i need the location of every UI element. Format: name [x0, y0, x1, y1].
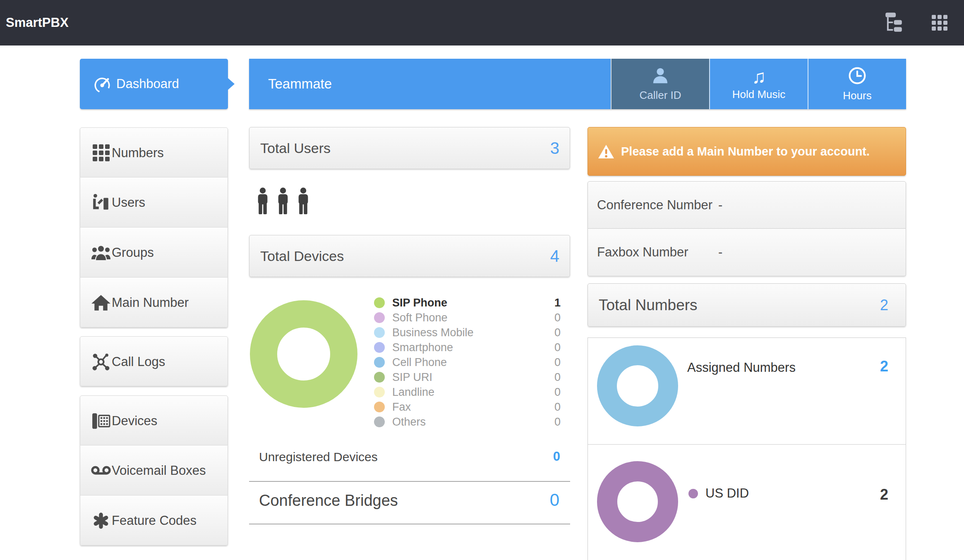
sidebar-item-label: Dashboard [116, 59, 179, 109]
legend-row: Landline 0 [374, 385, 561, 400]
main-number-alert: Please add a Main Number to your account… [588, 127, 906, 176]
asterisk-icon [91, 495, 111, 546]
people-group-icon [91, 227, 111, 278]
music-note-icon: ♫ [752, 67, 766, 86]
total-devices-panel: Total Devices 4 [249, 235, 570, 277]
person-icon [276, 187, 290, 216]
legend-color-dot [374, 297, 385, 308]
legend-row: Others 0 [374, 414, 561, 429]
legend-value: 0 [554, 326, 561, 339]
sidebar-item-label: Call Logs [112, 337, 165, 387]
legend-label: Smartphone [392, 341, 554, 354]
home-icon [91, 278, 111, 328]
total-numbers-label: Total Numbers [599, 284, 698, 326]
unregistered-devices-row: Unregistered Devices 0 [249, 439, 570, 482]
devices-chart-section: SIP Phone 1 Soft Phone 0 Business Mobile… [249, 295, 570, 429]
sidebar-item-label: Devices [112, 396, 157, 446]
legend-row: Cell Phone 0 [374, 355, 561, 370]
legend-color-dot [374, 372, 385, 383]
total-devices-value: 4 [550, 235, 559, 277]
sidebar-item-users[interactable]: Users [80, 177, 228, 227]
legend-label: Fax [392, 401, 554, 414]
faxbox-number-value: - [718, 229, 722, 275]
user-enter-icon [91, 177, 111, 227]
legend-color-dot [374, 327, 385, 338]
legend-row: Business Mobile 0 [374, 325, 561, 340]
total-users-value: 3 [550, 127, 559, 169]
legend-color-dot [374, 402, 385, 412]
sidebar-item-voicemail-boxes[interactable]: Voicemail Boxes [80, 445, 228, 495]
clock-icon [848, 66, 867, 87]
app-header: SmartPBX [0, 0, 964, 45]
faxbox-number-label: Faxbox Number [597, 229, 688, 275]
sidebar-item-main-number[interactable]: Main Number [80, 278, 228, 328]
hierarchy-icon[interactable] [885, 11, 906, 34]
brand-logo: SmartPBX [6, 0, 69, 45]
legend-value: 0 [554, 356, 561, 369]
legend-value: 0 [554, 386, 561, 399]
legend-row: Soft Phone 0 [374, 310, 561, 325]
legend-color-dot [374, 387, 385, 397]
legend-color-dot [688, 489, 698, 498]
us-did-row: US DID 2 [588, 445, 906, 560]
desk-phone-icon [91, 396, 111, 446]
account-topbar: Teammate Caller ID ♫ Hold Music [249, 59, 906, 109]
unregistered-devices-label: Unregistered Devices [259, 450, 378, 464]
sidebar-item-label: Users [112, 177, 145, 227]
devices-donut-chart [250, 300, 357, 408]
sidebar-item-label: Feature Codes [112, 495, 197, 546]
sidebar-item-dashboard[interactable]: Dashboard [80, 59, 228, 109]
smartpbx-dashboard: SmartPBX [0, 0, 964, 560]
sidebar-item-label: Numbers [112, 128, 164, 178]
sidebar-item-feature-codes[interactable]: Feature Codes [80, 495, 228, 546]
hours-button[interactable]: Hours [808, 59, 906, 109]
unregistered-devices-value: 0 [553, 449, 560, 464]
numbers-column: Please add a Main Number to your account… [588, 127, 906, 560]
conference-number-label: Conference Number [597, 182, 712, 228]
account-name: Teammate [268, 59, 332, 109]
legend-color-dot [374, 416, 385, 427]
topbar-actions: Caller ID ♫ Hold Music Hours [611, 59, 906, 109]
legend-value: 0 [554, 416, 561, 428]
legend-row: Fax 0 [374, 400, 561, 414]
us-did-value: 2 [880, 486, 888, 503]
assigned-numbers-row: Assigned Numbers 2 [588, 338, 906, 445]
dashboard-gauge-icon [91, 73, 113, 96]
legend-color-dot [374, 342, 385, 353]
action-label: Hold Music [732, 88, 786, 101]
sidebar-item-numbers[interactable]: Numbers [80, 127, 228, 177]
faxbox-number-row: Faxbox Number - [588, 229, 906, 276]
sidebar-item-label: Groups [112, 227, 154, 278]
user-icon [651, 67, 669, 86]
legend-label: Soft Phone [392, 311, 554, 324]
legend-row: SIP URI 0 [374, 370, 561, 385]
total-users-label: Total Users [260, 127, 331, 169]
legend-value: 0 [554, 371, 561, 384]
legend-row: SIP Phone 1 [374, 295, 561, 310]
hold-music-button[interactable]: ♫ Hold Music [709, 59, 808, 109]
total-users-panel: Total Users 3 [249, 127, 570, 169]
conference-bridges-row: Conference Bridges 0 [249, 483, 570, 524]
caller-id-button[interactable]: Caller ID [611, 59, 709, 109]
legend-color-dot [374, 357, 385, 368]
assigned-numbers-label: Assigned Numbers [687, 360, 796, 375]
total-numbers-panel: Total Numbers 2 [588, 283, 906, 327]
user-figures [256, 187, 310, 216]
total-devices-label: Total Devices [260, 235, 344, 277]
assigned-numbers-donut-chart [597, 345, 678, 426]
sidebar-item-label: Main Number [112, 278, 189, 328]
legend-label: Cell Phone [392, 356, 554, 369]
apps-grid-icon[interactable] [932, 15, 947, 31]
legend-color-dot [374, 312, 385, 323]
us-did-donut-chart [597, 461, 678, 542]
sidebar-item-call-logs[interactable]: Call Logs [80, 336, 228, 386]
sidebar-item-devices[interactable]: Devices [80, 395, 228, 445]
legend-label: SIP URI [392, 371, 554, 384]
sidebar-item-groups[interactable]: Groups [80, 227, 228, 278]
numbers-info-panel: Conference Number - Faxbox Number - [588, 181, 906, 276]
call-network-icon [91, 337, 111, 387]
person-icon [256, 187, 270, 216]
action-label: Caller ID [639, 89, 681, 102]
legend-label: Others [392, 416, 554, 428]
conference-bridges-label: Conference Bridges [259, 492, 398, 510]
